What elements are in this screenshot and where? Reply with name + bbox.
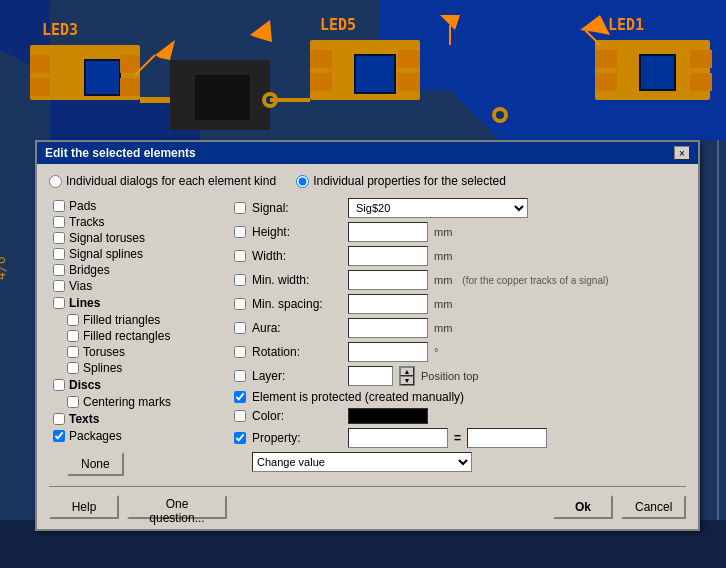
property-value-input[interactable]: 90 bbox=[467, 428, 547, 448]
texts-label: Texts bbox=[69, 412, 99, 426]
discs-checkbox[interactable] bbox=[53, 379, 65, 391]
change-value-select[interactable]: Change value bbox=[252, 452, 472, 472]
signal-toruses-checkbox[interactable] bbox=[53, 232, 65, 244]
vias-label: Vias bbox=[69, 279, 92, 293]
svg-rect-12 bbox=[355, 55, 395, 93]
radio-individual-props[interactable]: Individual properties for the selected bbox=[296, 174, 506, 188]
protected-row: Element is protected (created manually) bbox=[234, 390, 686, 404]
filled-triangles-checkbox[interactable] bbox=[67, 314, 79, 326]
svg-text:4/U: 4/U bbox=[0, 257, 8, 280]
signal-splines-item[interactable]: Signal splines bbox=[49, 246, 224, 262]
bridges-label: Bridges bbox=[69, 263, 110, 277]
property-label: Property: bbox=[252, 431, 342, 445]
svg-rect-7 bbox=[30, 55, 50, 73]
lines-item[interactable]: Lines bbox=[49, 294, 224, 312]
svg-rect-10 bbox=[120, 78, 140, 96]
pads-checkbox[interactable] bbox=[53, 200, 65, 212]
min-spacing-input[interactable]: 0 bbox=[348, 294, 428, 314]
splines-checkbox[interactable] bbox=[67, 362, 79, 374]
texts-checkbox[interactable] bbox=[53, 413, 65, 425]
toruses-checkbox[interactable] bbox=[67, 346, 79, 358]
centering-marks-item[interactable]: Centering marks bbox=[49, 394, 224, 410]
close-button[interactable]: × bbox=[674, 146, 690, 160]
bridges-item[interactable]: Bridges bbox=[49, 262, 224, 278]
svg-rect-16 bbox=[398, 73, 420, 91]
svg-text:LED3: LED3 bbox=[42, 21, 78, 39]
splines-item[interactable]: Splines bbox=[49, 360, 224, 376]
signal-toruses-item[interactable]: Signal toruses bbox=[49, 230, 224, 246]
tracks-checkbox[interactable] bbox=[53, 216, 65, 228]
texts-item[interactable]: Texts bbox=[49, 410, 224, 428]
edit-dialog: Edit the selected elements × Individual … bbox=[35, 140, 700, 531]
property-row: Property: REEL_ORIENTAT = 90 bbox=[234, 428, 686, 448]
filled-rectangles-item[interactable]: Filled rectangles bbox=[49, 328, 224, 344]
height-checkbox[interactable] bbox=[234, 226, 246, 238]
signal-select[interactable]: Sig$20 bbox=[348, 198, 528, 218]
cancel-button[interactable]: Cancel bbox=[621, 495, 686, 519]
property-key-input[interactable]: REEL_ORIENTAT bbox=[348, 428, 448, 448]
ok-button[interactable]: Ok bbox=[553, 495, 613, 519]
min-spacing-label: Min. spacing: bbox=[252, 297, 342, 311]
splines-label: Splines bbox=[83, 361, 122, 375]
height-row: Height: 0 mm bbox=[234, 222, 686, 242]
dialog-buttons: Help One question... Ok Cancel bbox=[49, 486, 686, 519]
rotation-input[interactable]: 0,00 bbox=[348, 342, 428, 362]
min-spacing-checkbox[interactable] bbox=[234, 298, 246, 310]
protected-checkbox[interactable] bbox=[234, 391, 246, 403]
aura-checkbox[interactable] bbox=[234, 322, 246, 334]
min-width-checkbox[interactable] bbox=[234, 274, 246, 286]
svg-point-28 bbox=[496, 111, 504, 119]
signal-checkbox[interactable] bbox=[234, 202, 246, 214]
centering-marks-checkbox[interactable] bbox=[67, 396, 79, 408]
layer-input[interactable]: 21 bbox=[348, 366, 393, 386]
width-checkbox[interactable] bbox=[234, 250, 246, 262]
color-label: Color: bbox=[252, 409, 342, 423]
pads-item[interactable]: Pads bbox=[49, 198, 224, 214]
min-spacing-unit: mm bbox=[434, 298, 452, 310]
packages-label: Packages bbox=[69, 429, 122, 443]
signal-splines-label: Signal splines bbox=[69, 247, 143, 261]
min-width-input[interactable]: 0 bbox=[348, 270, 428, 290]
min-width-row: Min. width: 0 mm (for the copper tracks … bbox=[234, 270, 686, 290]
radio-individual-input[interactable] bbox=[49, 175, 62, 188]
height-input[interactable]: 0 bbox=[348, 222, 428, 242]
toruses-item[interactable]: Toruses bbox=[49, 344, 224, 360]
help-button[interactable]: Help bbox=[49, 495, 119, 519]
tracks-item[interactable]: Tracks bbox=[49, 214, 224, 230]
aura-input[interactable]: 0,3 bbox=[348, 318, 428, 338]
pads-label: Pads bbox=[69, 199, 96, 213]
radio-individual-props-input[interactable] bbox=[296, 175, 309, 188]
svg-rect-8 bbox=[30, 78, 50, 96]
layer-checkbox[interactable] bbox=[234, 370, 246, 382]
tracks-label: Tracks bbox=[69, 215, 105, 229]
vias-checkbox[interactable] bbox=[53, 280, 65, 292]
discs-item[interactable]: Discs bbox=[49, 376, 224, 394]
vias-item[interactable]: Vias bbox=[49, 278, 224, 294]
width-input[interactable]: 0 bbox=[348, 246, 428, 266]
layer-note: Position top bbox=[421, 370, 478, 382]
layer-up-button[interactable]: ▲ bbox=[400, 367, 414, 376]
signal-toruses-label: Signal toruses bbox=[69, 231, 145, 245]
signal-splines-checkbox[interactable] bbox=[53, 248, 65, 260]
min-spacing-row: Min. spacing: 0 mm bbox=[234, 294, 686, 314]
signal-label: Signal: bbox=[252, 201, 342, 215]
bridges-checkbox[interactable] bbox=[53, 264, 65, 276]
radio-individual[interactable]: Individual dialogs for each element kind bbox=[49, 174, 276, 188]
lines-checkbox[interactable] bbox=[53, 297, 65, 309]
color-checkbox[interactable] bbox=[234, 410, 246, 422]
none-button[interactable]: None bbox=[67, 452, 124, 476]
one-question-button[interactable]: One question... bbox=[127, 495, 227, 519]
property-checkbox[interactable] bbox=[234, 432, 246, 444]
layer-down-button[interactable]: ▼ bbox=[400, 376, 414, 385]
filled-triangles-item[interactable]: Filled triangles bbox=[49, 312, 224, 328]
filled-rectangles-checkbox[interactable] bbox=[67, 330, 79, 342]
packages-checkbox[interactable] bbox=[53, 430, 65, 442]
radio-row: Individual dialogs for each element kind… bbox=[49, 174, 686, 188]
filled-triangles-label: Filled triangles bbox=[83, 313, 160, 327]
rotation-checkbox[interactable] bbox=[234, 346, 246, 358]
packages-item[interactable]: Packages bbox=[49, 428, 224, 444]
color-box[interactable] bbox=[348, 408, 428, 424]
height-label: Height: bbox=[252, 225, 342, 239]
radio-individual-label: Individual dialogs for each element kind bbox=[66, 174, 276, 188]
width-label: Width: bbox=[252, 249, 342, 263]
